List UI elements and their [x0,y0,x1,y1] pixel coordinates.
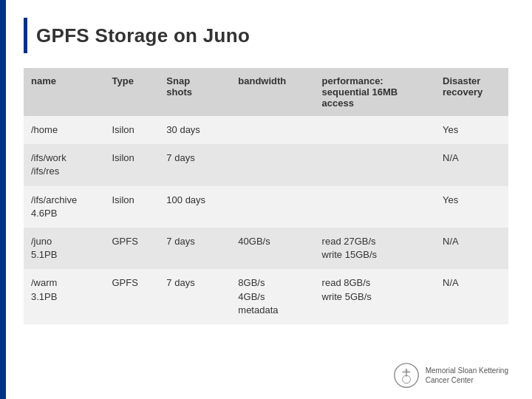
table-cell-2-5: Yes [435,186,508,228]
col-header-bandwidth: bandwidth [231,68,314,116]
table-cell-1-0: /ifs/work/ifs/res [24,144,104,185]
footer: ☩ Memorial Sloan KetteringCancer Center [393,362,508,389]
table-cell-2-4 [315,186,435,228]
col-header-type: Type [104,68,159,116]
table-cell-4-5: N/A [435,269,508,324]
table-cell-1-4 [315,144,435,185]
table-cell-0-5: Yes [435,116,508,144]
table-cell-3-3: 40GB/s [231,228,314,269]
msk-logo-icon: ☩ [393,362,420,389]
table-row: /homeIsilon30 daysYes [24,116,508,144]
page-title: GPFS Storage on Juno [36,24,250,47]
table-row: /ifs/archive4.6PBIsilon100 daysYes [24,186,508,228]
table-header-row: name Type Snapshots bandwidth performanc… [24,68,508,116]
col-header-disaster: Disasterrecovery [435,68,508,116]
table-row: /warm3.1PBGPFS7 days8GB/s4GB/smetadatare… [24,269,508,324]
table-cell-3-5: N/A [435,228,508,269]
table-cell-2-0: /ifs/archive4.6PB [24,186,104,228]
table-cell-0-2: 30 days [159,116,231,144]
col-header-performance: performance:sequential 16MBaccess [315,68,435,116]
table-cell-2-3 [231,186,314,228]
table-cell-2-1: Isilon [104,186,159,228]
table-cell-1-2: 7 days [159,144,231,185]
table-row: /juno5.1PBGPFS7 days40GB/sread 27GB/swri… [24,228,508,269]
table-cell-4-2: 7 days [159,269,231,324]
org-name: Memorial Sloan KetteringCancer Center [426,366,508,385]
table-cell-2-2: 100 days [159,186,231,228]
table-cell-0-4 [315,116,435,144]
col-header-snapshots: Snapshots [159,68,231,116]
table-cell-0-3 [231,116,314,144]
table-cell-1-5: N/A [435,144,508,185]
table-cell-3-0: /juno5.1PB [24,228,104,269]
table-cell-3-1: GPFS [104,228,159,269]
table-cell-4-0: /warm3.1PB [24,269,104,324]
main-page: GPFS Storage on Juno name Type Snapshots… [0,0,532,399]
title-bar [24,18,27,53]
title-section: GPFS Storage on Juno [24,18,508,53]
col-header-name: name [24,68,104,116]
table-cell-3-4: read 27GB/swrite 15GB/s [315,228,435,269]
accent-bar [0,0,6,399]
table-cell-0-1: Isilon [104,116,159,144]
table-cell-0-0: /home [24,116,104,144]
table-cell-1-3 [231,144,314,185]
table-row: /ifs/work/ifs/resIsilon7 daysN/A [24,144,508,185]
table-cell-4-1: GPFS [104,269,159,324]
table-cell-4-4: read 8GB/swrite 5GB/s [315,269,435,324]
table-cell-3-2: 7 days [159,228,231,269]
table-cell-4-3: 8GB/s4GB/smetadata [231,269,314,324]
storage-table: name Type Snapshots bandwidth performanc… [24,68,508,324]
table-cell-1-1: Isilon [104,144,159,185]
